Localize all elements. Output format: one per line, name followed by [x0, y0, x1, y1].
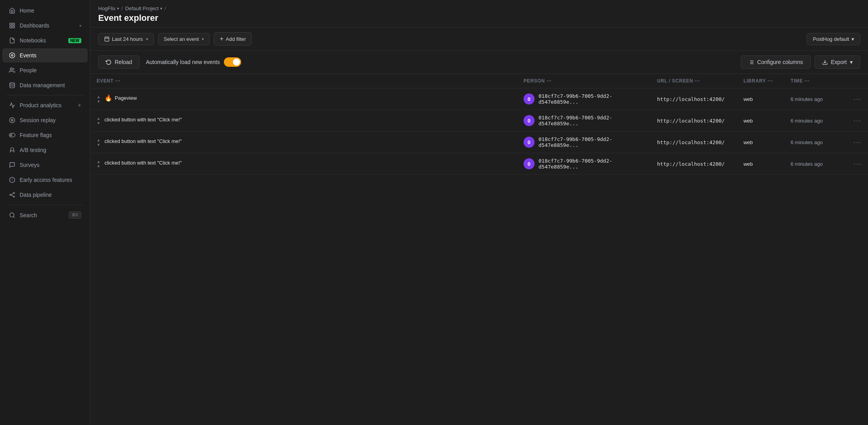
expand-button-4[interactable]: ▲ ▼ [97, 159, 101, 169]
row-menu-4[interactable]: ··· [853, 160, 862, 168]
breadcrumb-sep-2: / [165, 5, 166, 11]
table-row: ▲ ▼ clicked button with text "Click me!"… [90, 153, 868, 175]
event-name-2: clicked button with text "Click me!" [104, 116, 182, 124]
cluster-select-button[interactable]: PostHog default ▾ [807, 33, 860, 45]
library-cell-4: web [737, 153, 784, 175]
col-url-screen: URL / SCREEN ··· [651, 74, 737, 88]
expand-button-2[interactable]: ▲ ▼ [97, 116, 101, 125]
early-access-icon [9, 176, 16, 183]
svg-point-4 [9, 53, 15, 58]
download-icon [822, 59, 828, 65]
svg-point-16 [13, 192, 15, 194]
events-table-container: EVENT ··· PERSON ··· URL / SCREEN [90, 74, 868, 425]
sidebar-item-product-analytics[interactable]: Product analytics + [2, 98, 88, 112]
svg-line-18 [11, 193, 14, 195]
col-time: TIME ··· [784, 74, 847, 88]
action-bar-right: Configure columns Export ▾ [741, 55, 860, 69]
svg-rect-1 [13, 23, 15, 25]
surveys-icon [9, 161, 16, 169]
expand-button-3[interactable]: ▲ ▼ [97, 137, 101, 147]
columns-icon [748, 59, 754, 65]
svg-line-19 [11, 195, 14, 196]
url-cell-3: http://localhost:4200/ [651, 132, 737, 153]
avatar-2: 0 [524, 115, 535, 126]
sidebar-item-people[interactable]: People [2, 63, 88, 77]
col-actions [847, 74, 868, 88]
chevron-down-icon: ▾ [117, 6, 119, 11]
person-col-menu-icon[interactable]: ··· [546, 78, 551, 84]
sidebar: Home Dashboards ▾ Notebooks NEW Events P… [0, 0, 90, 425]
breadcrumb-org[interactable]: HogFlix ▾ [98, 5, 119, 11]
feature-flags-icon [9, 132, 16, 139]
row-menu-2[interactable]: ··· [853, 117, 862, 125]
sidebar-item-early-access[interactable]: Early access features [2, 173, 88, 187]
expand-button-1[interactable]: ▲ ▼ [97, 94, 101, 104]
library-cell-3: web [737, 132, 784, 153]
data-management-icon [9, 82, 16, 89]
library-cell-2: web [737, 110, 784, 132]
svg-point-11 [10, 134, 12, 136]
url-col-menu-icon[interactable]: ··· [695, 78, 700, 84]
row-menu-1[interactable]: ··· [853, 95, 862, 103]
sidebar-item-surveys[interactable]: Surveys [2, 158, 88, 172]
sidebar-item-data-pipeline[interactable]: Data pipeline [2, 188, 88, 202]
sidebar-label-product-analytics: Product analytics [20, 102, 74, 108]
dashboards-icon [9, 22, 16, 29]
sidebar-item-data-management[interactable]: Data management [2, 78, 88, 92]
url-cell-4: http://localhost:4200/ [651, 153, 737, 175]
reload-button[interactable]: Reload [98, 55, 139, 69]
sidebar-item-events[interactable]: Events [2, 48, 88, 62]
ab-testing-icon [9, 147, 16, 154]
sidebar-item-feature-flags[interactable]: Feature flags [2, 128, 88, 142]
action-bar: Reload Automatically load new events Con… [90, 51, 868, 74]
svg-marker-9 [12, 119, 13, 121]
breadcrumb-sep-1: / [121, 5, 123, 11]
library-col-menu-icon[interactable]: ··· [767, 78, 773, 84]
sidebar-item-dashboards[interactable]: Dashboards ▾ [2, 18, 88, 33]
plus-icon[interactable]: + [78, 102, 81, 109]
table-row: ▲ ▼ clicked button with text "Click me!"… [90, 110, 868, 132]
reload-icon [106, 59, 112, 65]
svg-point-20 [10, 213, 14, 217]
sidebar-item-ab-testing[interactable]: A/B testing [2, 143, 88, 157]
sidebar-label-dashboards: Dashboards [20, 22, 75, 29]
event-col-menu-icon[interactable]: ··· [115, 78, 120, 84]
auto-load-toggle[interactable] [224, 57, 241, 67]
time-col-menu-icon[interactable]: ··· [804, 78, 809, 84]
people-icon [9, 67, 16, 74]
sidebar-item-search[interactable]: Search ⌘K [2, 208, 88, 222]
event-select-button[interactable]: Select an event ▾ [158, 33, 210, 45]
chevron-down-icon: ▾ [79, 24, 81, 28]
avatar-4: 0 [524, 158, 535, 169]
configure-columns-button[interactable]: Configure columns [741, 55, 811, 69]
svg-point-17 [13, 196, 15, 197]
person-cell-3: 0 018cf7c7-99b6-7005-9dd2-d547e8859e... [517, 132, 651, 153]
event-cell-4: ▲ ▼ clicked button with text "Click me!" [90, 153, 517, 175]
event-name-3: clicked button with text "Click me!" [104, 137, 182, 145]
row-menu-3[interactable]: ··· [853, 138, 862, 146]
person-cell-2: 0 018cf7c7-99b6-7005-9dd2-d547e8859e... [517, 110, 651, 132]
export-button[interactable]: Export ▾ [815, 55, 860, 69]
add-filter-button[interactable]: + Add filter [214, 32, 252, 46]
svg-rect-0 [10, 23, 12, 25]
sidebar-item-home[interactable]: Home [2, 4, 88, 18]
sidebar-label-data-management: Data management [20, 82, 81, 88]
breadcrumb-project[interactable]: Default Project ▾ [125, 5, 162, 11]
time-cell-3: 6 minutes ago [784, 132, 847, 153]
cluster-chevron: ▾ [852, 36, 854, 42]
auto-load-control: Automatically load new events [146, 57, 241, 67]
search-icon [9, 212, 16, 219]
svg-rect-22 [105, 37, 109, 41]
table-row: ▲ ▼ 🔥 Pageview 0 018cf7c7-99b6 [90, 88, 868, 110]
time-filter-button[interactable]: Last 24 hours ▾ [98, 33, 154, 45]
pageview-emoji: 🔥 [104, 94, 112, 102]
page-title: Event explorer [98, 13, 860, 23]
sidebar-label-feature-flags: Feature flags [20, 132, 81, 138]
avatar-3: 0 [524, 137, 535, 148]
sidebar-item-notebooks[interactable]: Notebooks NEW [2, 33, 88, 48]
sidebar-item-session-replay[interactable]: Session replay [2, 113, 88, 127]
product-analytics-icon [9, 102, 16, 109]
url-cell-1: http://localhost:4200/ [651, 88, 737, 110]
events-icon [9, 52, 16, 59]
sidebar-divider-2 [6, 205, 84, 205]
